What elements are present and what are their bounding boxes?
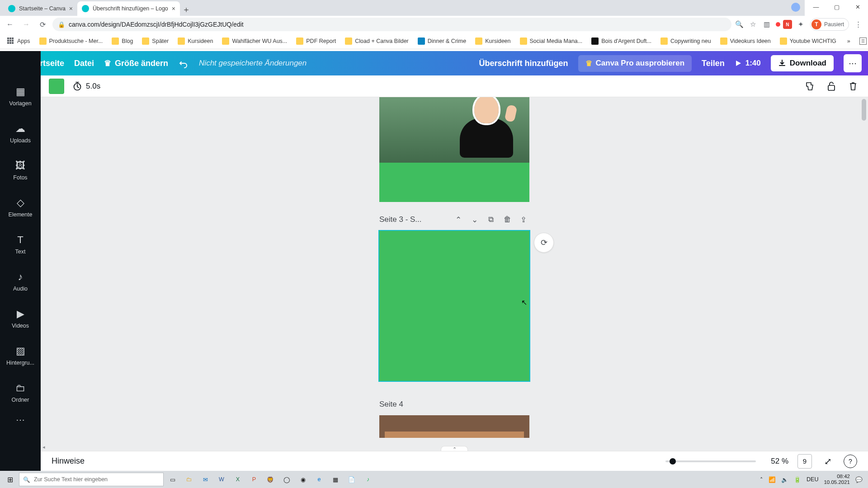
page-title[interactable]: Seite 3 - S... [379, 215, 422, 224]
brave-icon[interactable]: 🦁 [263, 472, 278, 487]
bookmark-item[interactable]: Produktsuche - Mer... [36, 36, 107, 47]
clock[interactable]: 08:42 10.05.2021 [824, 474, 850, 485]
notepad-icon[interactable]: 📄 [344, 472, 359, 487]
download-button[interactable]: Download [771, 55, 834, 71]
bookmark-item[interactable]: Cload + Canva Bilder [341, 36, 412, 47]
sidebar-item-background[interactable]: ▨Hintergru... [0, 338, 41, 374]
bookmark-item[interactable]: Copywriting neu [657, 36, 715, 47]
move-down-icon[interactable]: ⌄ [469, 214, 481, 225]
word-icon[interactable]: W [214, 472, 229, 487]
bookmark-item[interactable]: Kursideen [472, 36, 514, 47]
system-tray[interactable]: ˄ 📶 🔈 🔋 DEU 08:42 10.05.2021 💬 [760, 474, 865, 485]
tray-chevron-icon[interactable]: ˄ [760, 476, 763, 483]
page-title[interactable]: Seite 4 [379, 400, 403, 409]
page-4-thumbnail[interactable] [379, 415, 529, 438]
battery-icon[interactable]: 🔋 [794, 476, 801, 483]
fullscreen-icon[interactable]: ⤢ [821, 455, 835, 468]
extensions-icon[interactable]: ✦ [797, 20, 806, 29]
play-button[interactable]: 1:40 [735, 59, 761, 68]
kebab-menu-icon[interactable]: ⋮ [854, 20, 863, 29]
bookmark-item[interactable]: Kursideen [174, 36, 217, 47]
maximize-button[interactable]: ▢ [826, 0, 847, 14]
resize-menu[interactable]: ♛ Größe ändern [104, 58, 168, 68]
edge-icon[interactable]: e [312, 472, 326, 487]
document-title[interactable]: Überschrift hinzufügen [479, 59, 568, 68]
apps-button[interactable]: Apps [4, 36, 34, 47]
notes-button[interactable]: Hinweise [52, 456, 85, 466]
profile-badge[interactable]: T Pausiert [810, 18, 849, 31]
page-2-thumbnail[interactable] [379, 97, 529, 202]
chrome-profile-icon[interactable] [791, 3, 800, 12]
task-view-icon[interactable]: ▭ [165, 472, 180, 487]
bookmark-overflow[interactable]: » [844, 36, 854, 46]
undo-icon[interactable] [178, 58, 189, 69]
explorer-icon[interactable]: 🗀 [182, 472, 196, 487]
spotify-icon[interactable]: ♪ [361, 472, 375, 487]
more-menu-button[interactable]: ⋯ [844, 54, 862, 72]
chrome-icon[interactable]: ◉ [296, 472, 310, 487]
sidebar-item-videos[interactable]: ▶Videos [0, 300, 41, 337]
wifi-icon[interactable]: 📶 [769, 476, 776, 483]
scrollbar-thumb[interactable] [862, 99, 866, 121]
move-up-icon[interactable]: ⌃ [453, 214, 464, 225]
zoom-slider[interactable] [665, 460, 756, 462]
help-icon[interactable]: ? [844, 455, 857, 468]
duplicate-page-icon[interactable]: ⧉ [485, 214, 497, 225]
address-bar[interactable]: 🔒 canva.com/design/DAEdomzscjI/drBfjHdCo… [52, 18, 731, 31]
vertical-scrollbar[interactable] [861, 99, 867, 444]
bookmark-item[interactable]: Bois d'Argent Duft... [588, 36, 655, 47]
zoom-knob[interactable] [670, 458, 676, 465]
extension-icon[interactable]: N [783, 20, 792, 29]
new-tab-button[interactable]: ＋ [180, 3, 193, 16]
page-duration[interactable]: 5.0s [72, 81, 100, 91]
back-button[interactable]: ← [4, 18, 16, 31]
add-page-icon[interactable]: ⇪ [518, 214, 529, 225]
sidebar-item-folders[interactable]: 🗀Ordner [0, 375, 41, 411]
sidebar-item-audio[interactable]: ♪Audio [0, 263, 41, 300]
close-window-button[interactable]: ✕ [847, 0, 868, 14]
app-icon[interactable]: ▦ [328, 472, 343, 487]
mail-icon[interactable]: ✉ [198, 472, 212, 487]
browser-tab-0[interactable]: Startseite – Canva × [4, 1, 77, 16]
sidebar-item-photos[interactable]: 🖼Fotos [0, 152, 41, 188]
reading-list-button[interactable]: ☰Leseliste [856, 36, 868, 47]
bookmark-item[interactable]: PDF Report [292, 36, 340, 47]
bookmark-item[interactable]: Social Media Mana... [516, 36, 586, 47]
taskbar-search[interactable]: 🔍 Zur Suche Text hier eingeben [19, 473, 164, 486]
sidebar-more-icon[interactable]: ⋯ [16, 414, 25, 425]
reload-button[interactable]: ⟳ [36, 18, 49, 31]
powerpoint-icon[interactable]: P [247, 472, 261, 487]
sidebar-item-uploads[interactable]: ☁Uploads [0, 115, 41, 151]
close-icon[interactable]: × [69, 5, 73, 12]
page-count-badge[interactable]: 9 [797, 454, 812, 469]
sidebar-item-elements[interactable]: ◇Elemente [0, 189, 41, 225]
refresh-fab[interactable]: ⟳ [534, 233, 554, 253]
bookmark-item[interactable]: Dinner & Crime [414, 36, 470, 47]
browser-tab-1[interactable]: Überschrift hinzufügen – Logo × [77, 1, 180, 16]
file-menu[interactable]: Datei [74, 59, 94, 68]
lock-icon[interactable] [825, 80, 838, 93]
color-swatch[interactable] [49, 79, 64, 94]
canvas-area[interactable]: Seite 3 - S... ⌃ ⌄ ⧉ 🗑 ⇪ ⟳ ↖ Seite 4 ⌃ ◂ [41, 97, 868, 451]
share-button[interactable]: Teilen [702, 59, 725, 68]
scroll-left-icon[interactable]: ◂ [42, 444, 45, 450]
delete-page-icon[interactable]: 🗑 [501, 214, 513, 225]
obs-icon[interactable]: ◯ [279, 472, 294, 487]
bookmark-item[interactable]: Videokurs Ideen [717, 36, 774, 47]
qr-icon[interactable]: ▥ [762, 20, 771, 29]
language-indicator[interactable]: DEU [807, 476, 818, 483]
style-copy-icon[interactable] [803, 80, 816, 93]
bookmark-item[interactable]: Später [138, 36, 172, 47]
try-pro-button[interactable]: ♛ Canva Pro ausprobieren [578, 55, 692, 72]
start-button[interactable]: ⊞ [3, 472, 17, 487]
sidebar-item-text[interactable]: TText [0, 226, 41, 263]
star-icon[interactable]: ☆ [749, 20, 758, 29]
minimize-button[interactable]: — [806, 0, 826, 14]
bookmark-item[interactable]: Blog [108, 36, 137, 47]
zoom-icon[interactable]: 🔍 [735, 20, 744, 29]
trash-icon[interactable] [846, 80, 860, 93]
bookmark-item[interactable]: Youtube WICHTIG [776, 36, 840, 47]
excel-icon[interactable]: X [231, 472, 245, 487]
expand-handle[interactable]: ⌃ [441, 446, 468, 451]
close-icon[interactable]: × [172, 5, 175, 12]
